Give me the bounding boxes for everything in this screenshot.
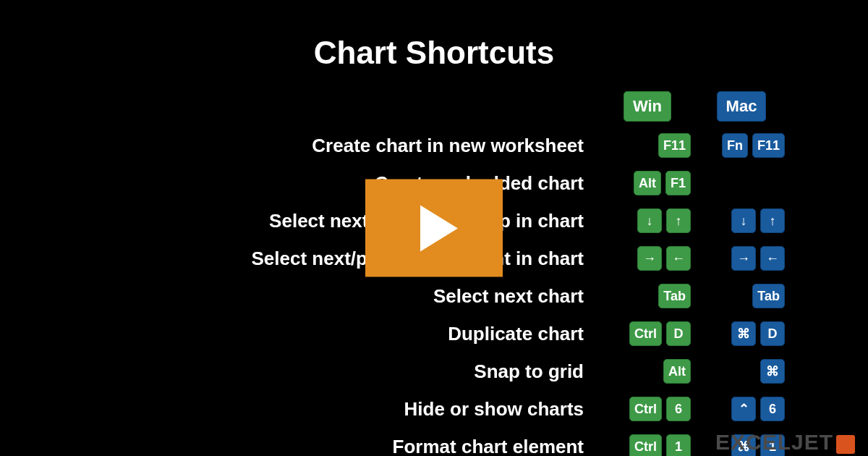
shortcut-desc: Create chart in new worksheet xyxy=(90,135,597,157)
brand-square-icon xyxy=(836,435,855,454)
key-cap: Tab xyxy=(658,284,691,308)
key-cap: Tab xyxy=(752,284,785,308)
mac-keys: ⌃6 xyxy=(698,395,785,423)
key-cap: F1 xyxy=(665,171,691,195)
shortcut-desc: Snap to grid xyxy=(90,360,597,383)
mac-keys: Tab xyxy=(698,282,785,310)
win-keys: Alt xyxy=(604,358,691,385)
platform-header-win: Win xyxy=(624,91,671,122)
key-cap: → xyxy=(637,246,662,271)
key-cap: Alt xyxy=(634,171,661,195)
brand-logo: EXCELJET xyxy=(715,430,855,455)
shortcut-desc: Duplicate chart xyxy=(90,323,597,345)
win-keys: CtrlD xyxy=(604,320,691,347)
platform-header-mac: Mac xyxy=(717,91,767,122)
shortcut-desc: Select next chart xyxy=(90,285,597,308)
key-cap: ⌘ xyxy=(760,359,785,384)
mac-keys: FnF11 xyxy=(698,132,785,159)
mac-keys: ↓↑ xyxy=(698,207,785,235)
mac-keys xyxy=(698,169,785,197)
mac-keys: ⌘D xyxy=(698,320,785,347)
win-keys: F11 xyxy=(604,132,691,159)
mac-keys: →← xyxy=(698,245,785,272)
mac-keys: ⌘ xyxy=(698,358,785,385)
page-title: Chart Shortcuts xyxy=(0,35,868,71)
key-cap: 1 xyxy=(666,434,691,456)
key-cap: ← xyxy=(760,246,785,271)
win-keys: AltF1 xyxy=(604,169,691,197)
shortcut-desc: Format chart element xyxy=(90,436,597,457)
key-cap: ⌘ xyxy=(731,321,756,346)
key-cap: 6 xyxy=(666,397,691,421)
win-keys: Tab xyxy=(604,282,691,310)
key-cap: ↓ xyxy=(731,208,756,233)
key-cap: Ctrl xyxy=(629,434,662,456)
key-cap: F11 xyxy=(658,133,691,158)
win-keys: Ctrl6 xyxy=(604,395,691,423)
win-keys: Ctrl1 xyxy=(604,433,691,456)
key-cap: → xyxy=(731,246,756,271)
brand-text: EXCELJET xyxy=(715,430,833,455)
key-cap: Ctrl xyxy=(629,397,662,421)
key-cap: D xyxy=(760,321,785,346)
shortcut-desc: Create embedded chart xyxy=(90,172,597,195)
shortcut-desc: Select next/previous group in chart xyxy=(90,210,597,232)
play-icon xyxy=(420,205,458,251)
key-cap: F11 xyxy=(752,133,785,158)
key-cap: 6 xyxy=(760,397,785,421)
key-cap: ↑ xyxy=(760,208,785,233)
key-cap: Fn xyxy=(722,133,748,158)
win-keys: ↓↑ xyxy=(604,207,691,235)
shortcut-desc: Select next/previous element in chart xyxy=(90,248,597,270)
shortcut-desc: Hide or show charts xyxy=(90,398,597,421)
key-cap: ⌃ xyxy=(731,397,756,421)
key-cap: ← xyxy=(666,246,691,271)
key-cap: ↓ xyxy=(637,208,662,233)
key-cap: Ctrl xyxy=(629,321,662,346)
key-cap: Alt xyxy=(663,359,691,384)
key-cap: D xyxy=(666,321,691,346)
key-cap: ↑ xyxy=(666,208,691,233)
win-keys: →← xyxy=(604,245,691,272)
play-button[interactable] xyxy=(365,180,503,277)
